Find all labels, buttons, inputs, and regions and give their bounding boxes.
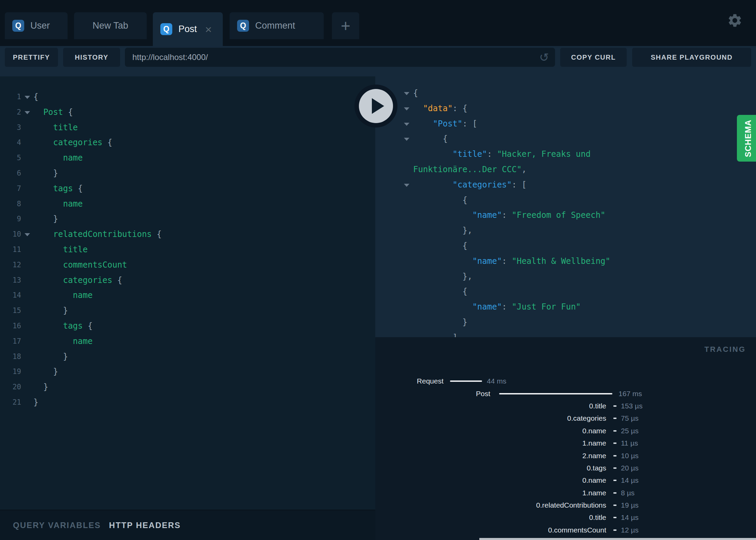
trace-dash <box>613 455 616 456</box>
code-line: 1{ <box>0 89 375 105</box>
query-editor[interactable]: 1{2 Post {3 title4 categories {5 name6 }… <box>0 76 375 510</box>
trace-duration: 75 µs <box>621 414 639 422</box>
tab-comment[interactable]: QComment <box>230 12 324 39</box>
trace-dash <box>613 442 616 444</box>
code-text: categories { <box>0 135 375 150</box>
code-line: 9 } <box>0 211 375 227</box>
trace-resolver-row: 0.title14 µs <box>375 511 756 524</box>
code-line: 7 tags { <box>0 181 375 196</box>
tab-user[interactable]: QUser <box>5 12 68 39</box>
trace-resolver-row: 0.commentsCount12 µs <box>375 524 756 536</box>
trace-path: 0.tags <box>375 464 606 472</box>
response-pane: { "data": { "Post": [ { "title": "Hacker… <box>375 76 756 337</box>
trace-resolver-row: 0.name14 µs <box>375 474 756 486</box>
line-number: 15 <box>0 303 21 318</box>
tab-label: Post <box>178 24 197 34</box>
code-line: 4 categories { <box>0 135 375 150</box>
line-number: 14 <box>0 288 21 303</box>
prettify-button[interactable]: PRETTIFY <box>5 48 58 67</box>
line-number: 9 <box>0 211 21 227</box>
trace-resolver-row: 1.name8 µs <box>375 487 756 499</box>
code-text: name <box>0 288 375 303</box>
line-number: 10 <box>0 227 21 242</box>
new-tab-button[interactable]: + <box>332 12 359 39</box>
code-line: { <box>375 284 756 299</box>
fold-arrow-icon[interactable] <box>404 184 409 187</box>
trace-path: 0.categories <box>375 414 606 422</box>
copy-curl-button[interactable]: COPY CURL <box>560 48 627 67</box>
code-text: { <box>375 193 756 208</box>
trace-request-label: Request <box>375 377 444 385</box>
url-input[interactable] <box>125 48 555 67</box>
fold-arrow-icon[interactable] <box>25 233 30 236</box>
close-icon[interactable]: × <box>205 24 212 35</box>
fold-arrow-icon[interactable] <box>404 138 409 141</box>
trace-dash <box>613 467 616 469</box>
code-text: commentsCount <box>0 257 375 273</box>
code-line: { <box>375 193 756 208</box>
code-line: 14 name <box>0 288 375 303</box>
endpoint-field: ↺ <box>125 48 555 67</box>
trace-path: 0.name <box>375 476 606 484</box>
settings-button[interactable] <box>725 11 744 30</box>
tab-new-tab[interactable]: New Tab <box>74 12 147 39</box>
trace-dash <box>613 418 616 419</box>
schema-tab[interactable]: SCHEMA <box>737 115 756 162</box>
code-text: { <box>375 131 756 147</box>
trace-duration: 20 µs <box>621 464 639 472</box>
code-line: 2 Post { <box>0 105 375 120</box>
code-text: } <box>0 395 375 410</box>
horizontal-scrollbar[interactable] <box>479 538 756 540</box>
trace-duration: 25 µs <box>621 427 639 435</box>
code-text: } <box>375 315 756 330</box>
trace-path: 1.name <box>375 439 606 447</box>
line-number: 4 <box>0 135 21 150</box>
line-number: 3 <box>0 120 21 135</box>
code-text: tags { <box>0 318 375 334</box>
fold-arrow-icon[interactable] <box>25 111 30 114</box>
trace-path: 2.name <box>375 452 606 460</box>
trace-dash <box>613 405 616 407</box>
http-headers-tab[interactable]: HTTP HEADERS <box>109 521 181 530</box>
code-line: { <box>375 238 756 254</box>
trace-path: 0.title <box>375 402 606 410</box>
code-text: categories { <box>0 273 375 288</box>
code-text: relatedContributions { <box>0 227 375 242</box>
trace-dash <box>613 505 616 506</box>
fold-arrow-icon[interactable] <box>25 96 30 99</box>
code-text: tags { <box>0 181 375 196</box>
trace-dash <box>613 480 616 481</box>
trace-resolver-row: 0.tags20 µs <box>375 462 756 474</box>
trace-resolver-row: 0.title153 µs <box>375 400 756 412</box>
history-button[interactable]: HISTORY <box>63 48 120 67</box>
gear-icon <box>727 13 743 28</box>
schema-tab-label: SCHEMA <box>743 119 753 157</box>
line-number: 11 <box>0 242 21 257</box>
trace-path: 1.name <box>375 489 606 497</box>
query-badge-icon: Q <box>237 20 249 32</box>
fold-arrow-icon[interactable] <box>404 123 409 126</box>
code-text: { <box>375 86 756 101</box>
fold-arrow-icon[interactable] <box>404 92 409 95</box>
line-number: 21 <box>0 395 21 410</box>
code-line: 20 } <box>0 379 375 395</box>
fold-arrow-icon[interactable] <box>404 107 409 110</box>
code-text: } <box>0 349 375 364</box>
execute-query-button[interactable] <box>354 85 397 127</box>
play-button-face <box>359 89 393 123</box>
reload-icon[interactable]: ↺ <box>538 51 550 63</box>
tab-label: New Tab <box>92 20 128 31</box>
query-variables-tab[interactable]: QUERY VARIABLES <box>13 521 101 530</box>
prettify-label: PRETTIFY <box>13 54 50 61</box>
code-line: 19 } <box>0 364 375 379</box>
code-line: } <box>375 315 756 330</box>
plus-icon: + <box>341 18 350 34</box>
play-icon <box>372 98 384 114</box>
trace-resolver-row: 0.categories75 µs <box>375 412 756 424</box>
code-line: 16 tags { <box>0 318 375 334</box>
share-playground-button[interactable]: SHARE PLAYGROUND <box>632 48 751 67</box>
code-line: "name": "Just For Fun" <box>375 299 756 315</box>
tab-post[interactable]: QPost× <box>153 12 223 46</box>
code-line: { <box>375 86 756 101</box>
code-text: ] <box>375 330 756 337</box>
